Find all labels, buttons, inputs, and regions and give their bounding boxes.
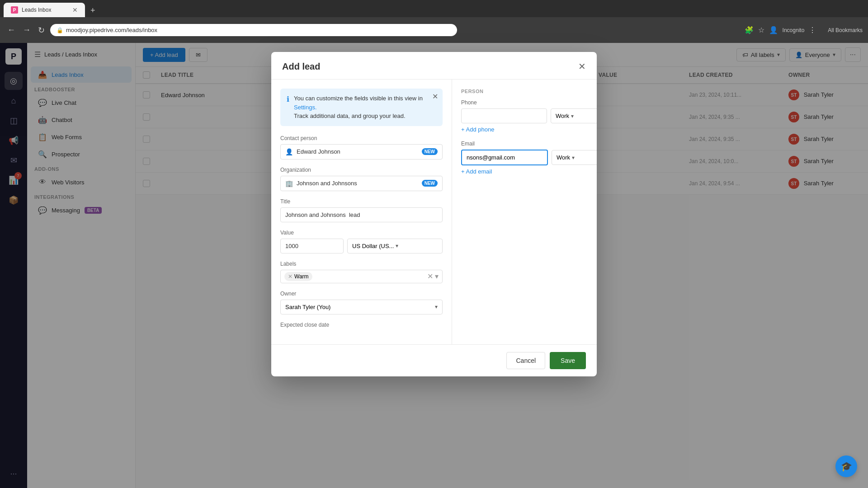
tab-close-icon[interactable]: ✕ [72,6,78,14]
info-text-sub: Track additional data, and group your le… [294,113,406,119]
add-lead-modal: Add lead ✕ ℹ You can customize the field… [271,52,597,376]
modal-overlay: Add lead ✕ ℹ You can customize the field… [0,43,868,488]
tab-favicon: P [11,6,18,14]
expected-close-group: Expected close date [280,322,443,328]
email-type-select[interactable]: Work ▾ [552,150,597,165]
value-label: Value [280,230,443,236]
tab-title: Leads Inbox [22,7,69,13]
person-field-icon: 👤 [285,148,293,155]
phone-input[interactable] [461,108,547,123]
modal-header: Add lead ✕ [271,52,597,80]
value-row: US Dollar (US... ▾ [280,239,443,253]
labels-group: Labels ✕ Warm ✕ ▾ [280,261,443,283]
phone-type-arrow: ▾ [571,113,574,119]
modal-right-panel: PERSON Phone Work ▾ + Add phone Em [452,80,597,344]
expected-close-label: Expected close date [280,322,443,328]
value-group: Value US Dollar (US... ▾ [280,230,443,253]
extensions-icon[interactable]: 🧩 [745,26,754,34]
owner-group: Owner Sarah Tyler (You) ▾ [280,291,443,314]
owner-select[interactable]: Sarah Tyler (You) ▾ [280,300,443,314]
contact-person-label: Contact person [280,135,443,141]
bookmark-icon[interactable]: ☆ [758,26,764,34]
phone-row: Work ▾ [461,108,588,123]
labels-clear-icon[interactable]: ✕ [427,272,433,281]
currency-text: US Dollar (US... [352,243,394,249]
currency-select[interactable]: US Dollar (US... ▾ [347,239,443,253]
labels-label: Labels [280,261,443,267]
cancel-button[interactable]: Cancel [506,352,545,369]
new-tab-button[interactable]: + [87,4,99,17]
phone-type-select[interactable]: Work ▾ [551,108,597,123]
profile-icon[interactable]: 👤 [769,26,778,34]
email-type-arrow: ▾ [572,155,575,161]
browser-toolbar: ← → ↻ 🔒 moodjoy.pipedrive.com/leads/inbo… [0,17,868,43]
settings-link[interactable]: Settings. [294,104,317,111]
title-group: Title [280,198,443,222]
info-text-main: You can customize the fields visible in … [294,95,423,102]
organization-field[interactable]: 🏢 Johnson and Johnsons NEW [280,176,443,191]
info-banner-text: You can customize the fields visible in … [294,94,436,121]
modal-body: ℹ You can customize the fields visible i… [271,80,597,344]
banner-close-button[interactable]: ✕ [432,92,438,101]
active-tab[interactable]: P Leads Inbox ✕ [4,3,85,17]
modal-left-panel: ℹ You can customize the fields visible i… [271,80,452,344]
help-icon: 🎓 [841,461,852,472]
incognito-label: Incognito [783,27,805,33]
phone-type-text: Work [556,113,569,119]
modal-close-button[interactable]: ✕ [578,61,586,72]
owner-dropdown-arrow: ▾ [435,304,438,310]
contact-person-group: Contact person 👤 Edward Johnson NEW [280,135,443,160]
email-type-text: Work [557,154,570,161]
browser-toolbar-right: 🧩 ☆ 👤 Incognito ⋮ All Bookmarks [745,26,863,34]
title-input[interactable] [280,207,443,222]
contact-person-field[interactable]: 👤 Edward Johnson NEW [280,144,443,160]
browser-chrome: P Leads Inbox ✕ + ← → ↻ 🔒 moodjoy.pipedr… [0,0,868,43]
labels-row[interactable]: ✕ Warm ✕ ▾ [280,270,443,283]
info-banner: ℹ You can customize the fields visible i… [280,89,443,126]
add-phone-link[interactable]: + Add phone [461,126,494,133]
org-new-badge: NEW [422,180,438,187]
organization-value: Johnson and Johnsons [297,180,418,187]
email-row: Work ▾ [461,150,588,165]
contact-new-badge: NEW [422,148,438,155]
phone-group: Phone Work ▾ + Add phone [461,99,588,133]
reload-button[interactable]: ↻ [36,23,47,37]
back-button[interactable]: ← [5,23,17,37]
labels-dropdown-icon[interactable]: ▾ [435,272,439,281]
save-button[interactable]: Save [550,352,586,369]
browser-tab-bar: P Leads Inbox ✕ + [0,0,868,17]
add-email-link[interactable]: + Add email [461,168,492,175]
forward-button[interactable]: → [21,23,33,37]
help-fab-button[interactable]: 🎓 [835,455,857,477]
email-input[interactable] [461,150,548,165]
contact-person-value: Edward Johnson [297,148,418,155]
labels-controls: ✕ ▾ [427,272,439,281]
info-icon: ℹ [287,95,289,103]
label-text: Warm [294,273,309,280]
value-input[interactable] [280,239,344,253]
title-label: Title [280,198,443,205]
organization-label: Organization [280,167,443,173]
email-label: Email [461,141,588,147]
owner-value-text: Sarah Tyler (You) [285,304,330,310]
modal-footer: Cancel Save [271,344,597,376]
currency-dropdown-arrow: ▾ [396,243,398,249]
label-x-icon[interactable]: ✕ [288,273,292,280]
label-tag: ✕ Warm [284,272,312,281]
lock-icon: 🔒 [57,27,63,33]
email-group: Email Work ▾ + Add email [461,141,588,175]
phone-label: Phone [461,99,588,106]
address-bar[interactable]: 🔒 moodjoy.pipedrive.com/leads/inbox [50,24,457,36]
org-field-icon: 🏢 [285,180,293,187]
modal-title: Add lead [282,61,320,72]
menu-icon[interactable]: ⋮ [809,26,816,34]
bookmarks-label: All Bookmarks [828,27,863,33]
url-text: moodjoy.pipedrive.com/leads/inbox [66,27,157,33]
person-section-label: PERSON [461,89,588,94]
organization-group: Organization 🏢 Johnson and Johnsons NEW [280,167,443,191]
owner-label: Owner [280,291,443,297]
